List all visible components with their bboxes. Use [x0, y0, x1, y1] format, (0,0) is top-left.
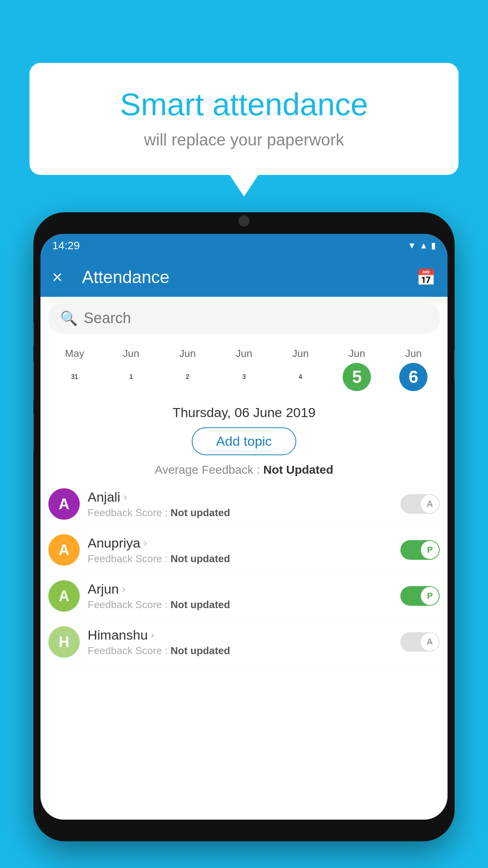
- avg-feedback-label: Average Feedback :: [155, 463, 260, 476]
- status-bar: 14:29 ▼ ▲ ▮: [40, 234, 448, 257]
- status-icons: ▼ ▲ ▮: [407, 241, 436, 251]
- student-item[interactable]: AArjun ›Feedback Score : Not updatedP: [48, 573, 440, 619]
- student-list: AAnjali ›Feedback Score : Not updatedAAA…: [40, 481, 448, 665]
- battery-icon: ▮: [431, 241, 436, 251]
- avg-feedback: Average Feedback : Not Updated: [40, 458, 448, 481]
- date-day: 6: [399, 363, 427, 391]
- speech-bubble: Smart attendance will replace your paper…: [29, 63, 459, 175]
- date-month: Jun: [105, 348, 158, 360]
- add-topic-button[interactable]: Add topic: [192, 427, 296, 455]
- attendance-toggle[interactable]: P: [400, 586, 440, 606]
- chevron-right-icon: ›: [122, 583, 125, 595]
- student-item[interactable]: AAnupriya ›Feedback Score : Not updatedP: [48, 527, 440, 573]
- date-month: Jun: [331, 348, 383, 360]
- student-avatar: A: [48, 580, 80, 612]
- date-item[interactable]: May31: [46, 344, 103, 395]
- status-time: 14:29: [52, 239, 80, 252]
- date-item[interactable]: Jun2: [159, 344, 216, 395]
- date-day: 1: [117, 363, 145, 391]
- student-name: Anupriya ›: [88, 535, 400, 551]
- student-avatar: H: [48, 626, 80, 658]
- phone-container: 14:29 ▼ ▲ ▮ × Attendance 📅 🔍 May31Jun: [33, 212, 455, 868]
- phone-btn-left-3: [33, 413, 34, 452]
- chevron-right-icon: ›: [123, 491, 127, 503]
- phone-camera: [238, 215, 250, 226]
- date-month: Jun: [387, 348, 440, 360]
- date-day: 4: [286, 363, 315, 391]
- signal-icon: ▲: [419, 241, 428, 251]
- student-info: Arjun ›Feedback Score : Not updated: [88, 581, 400, 611]
- date-month: May: [48, 348, 101, 360]
- date-month: Jun: [161, 348, 214, 360]
- date-day: 31: [61, 363, 89, 391]
- student-avatar: A: [48, 534, 80, 566]
- date-item[interactable]: Jun1: [103, 344, 160, 395]
- bubble-title: Smart attendance: [57, 86, 431, 123]
- search-icon: 🔍: [60, 310, 78, 327]
- selected-date: Thursday, 06 June 2019: [40, 399, 448, 424]
- student-name: Himanshu ›: [88, 627, 400, 643]
- student-feedback: Feedback Score : Not updated: [88, 553, 400, 565]
- student-feedback: Feedback Score : Not updated: [88, 599, 400, 611]
- phone-btn-right: [454, 350, 455, 381]
- student-name: Arjun ›: [88, 581, 400, 597]
- search-input[interactable]: [84, 310, 428, 327]
- date-day: 5: [343, 363, 371, 391]
- attendance-toggle[interactable]: A: [400, 632, 440, 652]
- date-day: 2: [173, 363, 202, 391]
- close-button[interactable]: ×: [52, 267, 62, 287]
- phone-btn-left-2: [33, 362, 34, 401]
- search-bar[interactable]: 🔍: [48, 303, 440, 334]
- student-name: Anjali ›: [88, 489, 400, 505]
- student-info: Anjali ›Feedback Score : Not updated: [88, 489, 400, 519]
- date-item[interactable]: Jun6: [385, 344, 442, 395]
- phone-screen: 14:29 ▼ ▲ ▮ × Attendance 📅 🔍 May31Jun: [40, 234, 448, 820]
- date-item[interactable]: Jun4: [272, 344, 329, 395]
- student-info: Himanshu ›Feedback Score : Not updated: [88, 627, 400, 657]
- chevron-right-icon: ›: [151, 629, 154, 641]
- student-item[interactable]: HHimanshu ›Feedback Score : Not updatedA: [48, 619, 440, 665]
- student-info: Anupriya ›Feedback Score : Not updated: [88, 535, 400, 565]
- avg-feedback-value: Not Updated: [263, 463, 333, 476]
- app-title: Attendance: [74, 267, 416, 287]
- date-picker: May31Jun1Jun2Jun3Jun4Jun5Jun6: [40, 340, 448, 399]
- date-month: Jun: [218, 348, 270, 360]
- attendance-toggle[interactable]: A: [400, 494, 440, 514]
- date-day: 3: [230, 363, 258, 391]
- phone-btn-left-1: [33, 322, 34, 346]
- attendance-toggle[interactable]: P: [400, 540, 440, 560]
- date-item[interactable]: Jun5: [329, 344, 385, 395]
- bubble-subtitle: will replace your paperwork: [57, 131, 431, 149]
- student-item[interactable]: AAnjali ›Feedback Score : Not updatedA: [48, 481, 440, 527]
- phone-notch: [228, 212, 260, 226]
- wifi-icon: ▼: [407, 241, 416, 251]
- student-avatar: A: [48, 488, 80, 520]
- student-feedback: Feedback Score : Not updated: [88, 645, 400, 657]
- date-month: Jun: [274, 348, 327, 360]
- date-item[interactable]: Jun3: [216, 344, 272, 395]
- phone: 14:29 ▼ ▲ ▮ × Attendance 📅 🔍 May31Jun: [33, 212, 455, 841]
- student-feedback: Feedback Score : Not updated: [88, 507, 400, 519]
- app-bar: × Attendance 📅: [40, 257, 448, 297]
- speech-bubble-container: Smart attendance will replace your paper…: [29, 63, 459, 175]
- calendar-icon[interactable]: 📅: [416, 268, 436, 287]
- chevron-right-icon: ›: [143, 537, 147, 549]
